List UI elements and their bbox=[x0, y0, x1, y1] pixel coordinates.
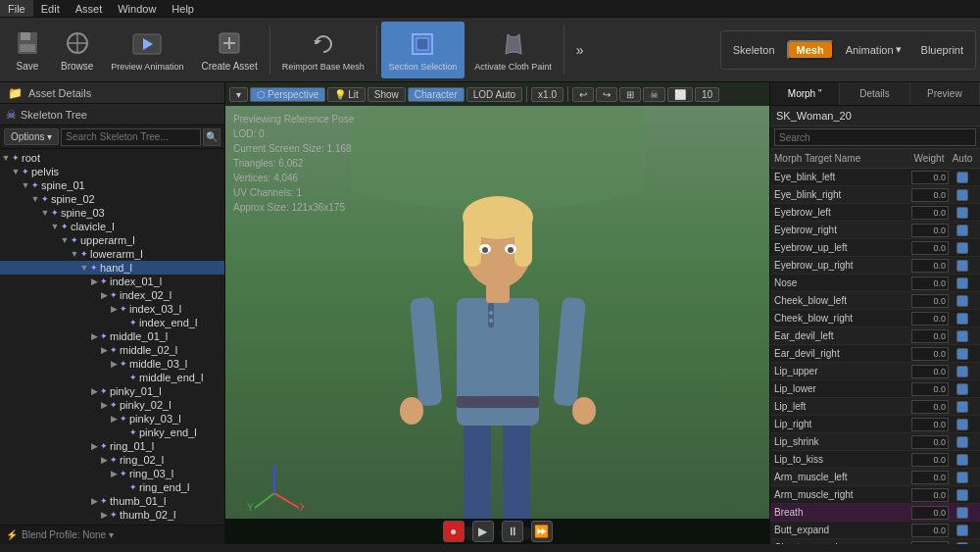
tree-item[interactable]: ▶ ✦ pinky_02_l bbox=[0, 398, 224, 412]
morph-auto-checkbox[interactable] bbox=[956, 454, 968, 466]
tree-item[interactable]: ✦ index_end_l bbox=[0, 316, 224, 329]
tree-item[interactable]: ▼ ✦ spine_01 bbox=[0, 178, 224, 192]
record-button[interactable]: ● bbox=[443, 521, 465, 542]
tree-item[interactable]: ▶ ✦ middle_02_l bbox=[0, 343, 224, 357]
morph-row[interactable]: Eyebrow_left bbox=[770, 204, 980, 222]
morph-weight-input[interactable] bbox=[911, 224, 949, 237]
save-button[interactable]: Save bbox=[4, 22, 51, 78]
morph-weight-input[interactable] bbox=[911, 524, 949, 537]
morph-auto-checkbox[interactable] bbox=[956, 313, 968, 325]
tree-container[interactable]: ▼ ✦ root ▼ ✦ pelvis ▼ ✦ spine_01 ▼ ✦ spi… bbox=[0, 149, 224, 525]
morph-row[interactable]: Eyebrow_up_right bbox=[770, 257, 980, 275]
morph-weight-input[interactable] bbox=[911, 347, 949, 361]
lit-button[interactable]: 💡 Lit bbox=[327, 87, 366, 102]
morph-row[interactable]: Ear_devil_left bbox=[770, 327, 980, 345]
morph-tab[interactable]: Morph " bbox=[770, 82, 840, 105]
morph-auto-checkbox[interactable] bbox=[956, 419, 968, 430]
morph-row[interactable]: Arm_muscle_left bbox=[770, 469, 980, 486]
morph-row[interactable]: Cheek_blow_left bbox=[770, 292, 980, 310]
morph-weight-input[interactable] bbox=[911, 329, 949, 343]
morph-weight-input[interactable] bbox=[911, 471, 949, 484]
morph-auto-checkbox[interactable] bbox=[956, 277, 968, 289]
morph-row[interactable]: Butt_expand bbox=[770, 522, 980, 539]
morph-weight-input[interactable] bbox=[911, 276, 949, 290]
morph-row[interactable]: Eye_blink_right bbox=[770, 186, 980, 204]
morph-row[interactable]: Lip_right bbox=[770, 416, 980, 433]
details-tab[interactable]: Details bbox=[840, 82, 909, 105]
morph-weight-input[interactable] bbox=[911, 541, 949, 545]
tree-item[interactable]: ▶ ✦ index_01_l bbox=[0, 275, 224, 288]
tree-item[interactable]: ▶ ✦ thumb_02_l bbox=[0, 508, 224, 522]
lod-button[interactable]: LOD Auto bbox=[466, 87, 522, 102]
morph-auto-checkbox[interactable] bbox=[956, 507, 968, 519]
morph-weight-input[interactable] bbox=[911, 365, 949, 378]
tree-item[interactable]: ▼ ✦ spine_02 bbox=[0, 192, 224, 206]
play-button[interactable]: ▶ bbox=[472, 521, 494, 542]
grid-toggle-button[interactable]: ⊞ bbox=[619, 87, 641, 102]
tree-item[interactable]: ▶ ✦ thumb_01_l bbox=[0, 494, 224, 508]
morph-row[interactable]: Lip_upper bbox=[770, 363, 980, 380]
tree-item[interactable]: ▶ ✦ ring_02_l bbox=[0, 453, 224, 467]
tree-item[interactable]: ✦ ring_end_l bbox=[0, 480, 224, 494]
section-selection-button[interactable]: Section Selection bbox=[381, 22, 466, 78]
morph-row[interactable]: Eyebrow_right bbox=[770, 222, 980, 239]
search-icon-button[interactable]: 🔍 bbox=[203, 128, 220, 146]
animation-mode-button[interactable]: Animation ▾ bbox=[838, 41, 909, 58]
tree-item[interactable]: ▼ ✦ root bbox=[0, 151, 224, 165]
morph-row[interactable]: Nose bbox=[770, 275, 980, 292]
morph-auto-checkbox[interactable] bbox=[956, 172, 968, 183]
morph-weight-input[interactable] bbox=[911, 312, 949, 326]
tree-item[interactable]: ✦ pinky_end_l bbox=[0, 426, 224, 439]
menu-window[interactable]: Window bbox=[110, 0, 164, 17]
more-button[interactable]: » bbox=[568, 22, 592, 78]
asset-details-tab[interactable]: 📁 Asset Details bbox=[0, 82, 224, 104]
character-button[interactable]: Character bbox=[408, 87, 465, 102]
pause-button[interactable]: ⏸ bbox=[502, 521, 523, 542]
tree-item[interactable]: ▶ ✦ pinky_01_l bbox=[0, 384, 224, 398]
morph-auto-checkbox[interactable] bbox=[956, 295, 968, 307]
tree-item[interactable]: ▼ ✦ lowerarm_l bbox=[0, 247, 224, 261]
tree-item[interactable]: ▶ ✦ pinky_03_l bbox=[0, 412, 224, 426]
reimport-button[interactable]: Reimport Base Mesh bbox=[274, 22, 372, 78]
morph-auto-checkbox[interactable] bbox=[956, 330, 968, 342]
tree-item[interactable]: ▶ ✦ middle_03_l bbox=[0, 357, 224, 371]
lod-num-button[interactable]: 10 bbox=[695, 87, 719, 102]
create-asset-button[interactable]: Create Asset bbox=[193, 22, 265, 78]
tree-item[interactable]: ✦ middle_end_l bbox=[0, 371, 224, 384]
blueprint-mode-button[interactable]: Blueprint bbox=[913, 42, 971, 58]
morph-weight-input[interactable] bbox=[911, 294, 949, 308]
activate-cloth-button[interactable]: Activate Cloth Paint bbox=[466, 22, 560, 78]
tree-item[interactable]: ▶ ✦ ring_01_l bbox=[0, 439, 224, 453]
tree-item[interactable]: ▼ ✦ hand_l bbox=[0, 261, 224, 275]
tree-item[interactable]: ▼ ✦ spine_03 bbox=[0, 206, 224, 220]
preview-tab[interactable]: Preview bbox=[910, 82, 980, 105]
forward-button[interactable]: ⏩ bbox=[531, 521, 553, 542]
morph-auto-checkbox[interactable] bbox=[956, 436, 968, 448]
morph-weight-input[interactable] bbox=[911, 241, 949, 255]
morph-search-input[interactable] bbox=[774, 128, 976, 146]
menu-help[interactable]: Help bbox=[164, 0, 202, 17]
morph-row[interactable]: Chest_expand bbox=[770, 539, 980, 544]
preview-animation-button[interactable]: Preview Animation bbox=[103, 22, 191, 78]
morph-weight-input[interactable] bbox=[911, 382, 949, 396]
morph-row[interactable]: Cheek_blow_right bbox=[770, 310, 980, 327]
morph-row[interactable]: Lip_left bbox=[770, 398, 980, 416]
morph-row[interactable]: Eyebrow_up_left bbox=[770, 239, 980, 257]
skeleton-mode-button[interactable]: Skeleton bbox=[725, 42, 783, 58]
morph-weight-input[interactable] bbox=[911, 506, 949, 520]
menu-file[interactable]: File bbox=[0, 0, 33, 17]
morph-auto-checkbox[interactable] bbox=[956, 366, 968, 377]
morph-auto-checkbox[interactable] bbox=[956, 225, 968, 236]
morph-auto-checkbox[interactable] bbox=[956, 401, 968, 413]
show-button[interactable]: Show bbox=[368, 87, 406, 102]
tree-item[interactable]: ▶ ✦ index_02_l bbox=[0, 288, 224, 302]
morph-auto-checkbox[interactable] bbox=[956, 383, 968, 395]
morph-weight-input[interactable] bbox=[911, 400, 949, 414]
browse-button[interactable]: Browse bbox=[53, 22, 101, 78]
viewport-dropdown-button[interactable]: ▾ bbox=[229, 87, 248, 102]
perspective-button[interactable]: ⬡ Perspective bbox=[250, 87, 325, 102]
morph-auto-checkbox[interactable] bbox=[956, 189, 968, 201]
tree-item[interactable]: ▼ ✦ pelvis bbox=[0, 165, 224, 178]
mesh-toggle-button[interactable]: ⬜ bbox=[667, 87, 693, 102]
morph-row[interactable]: Eye_blink_left bbox=[770, 169, 980, 186]
